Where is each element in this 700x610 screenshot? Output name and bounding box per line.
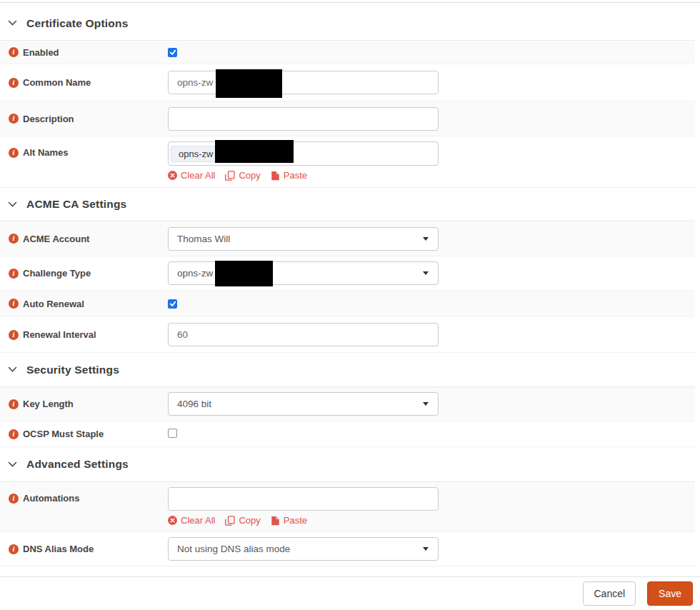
- alt-names-token-input[interactable]: opns-zw: [168, 141, 439, 166]
- section-header-advanced-settings[interactable]: Advanced Settings: [0, 447, 695, 482]
- paste-icon: [271, 516, 280, 526]
- info-icon[interactable]: i: [9, 269, 19, 279]
- field-label: Common Name: [23, 77, 91, 88]
- info-icon[interactable]: i: [9, 47, 19, 57]
- chevron-down-icon: [8, 366, 17, 373]
- field-label: Renewal Interval: [23, 329, 96, 340]
- redaction-box: [215, 140, 294, 163]
- field-label: Auto Renewal: [23, 299, 84, 309]
- form-row-dns-alias-mode: i DNS Alias Mode Not using DNS alias mod…: [0, 532, 695, 566]
- section-header-acme-ca-settings[interactable]: ACME CA Settings: [0, 188, 695, 221]
- clear-all-link[interactable]: Clear All: [168, 170, 215, 181]
- description-input[interactable]: [168, 107, 439, 131]
- field-label: Challenge Type: [23, 268, 91, 279]
- info-icon[interactable]: i: [9, 114, 19, 124]
- challenge-type-select[interactable]: opns-zw: [168, 261, 439, 285]
- acme-account-select[interactable]: Thomas Will: [168, 227, 439, 251]
- enabled-checkbox[interactable]: [168, 48, 177, 57]
- form-row-enabled: i Enabled: [0, 41, 695, 64]
- cancel-button[interactable]: Cancel: [583, 581, 636, 606]
- circle-x-icon: [168, 516, 177, 525]
- section-title: ACME CA Settings: [26, 198, 126, 211]
- renewal-interval-input[interactable]: [168, 323, 439, 346]
- info-icon[interactable]: i: [9, 148, 19, 158]
- section-title: Advanced Settings: [26, 458, 129, 471]
- copy-link[interactable]: Copy: [225, 170, 260, 181]
- chevron-down-icon: [8, 201, 17, 208]
- info-icon[interactable]: i: [9, 399, 19, 409]
- field-label: Description: [23, 114, 74, 124]
- caret-down-icon: [423, 547, 429, 551]
- field-label: Automations: [23, 493, 79, 504]
- copy-icon: [225, 171, 235, 181]
- form-footer: Cancel Save: [0, 576, 700, 610]
- field-label: DNS Alias Mode: [23, 544, 94, 554]
- caret-down-icon: [423, 237, 429, 241]
- section-header-security-settings[interactable]: Security Settings: [0, 353, 695, 387]
- copy-link[interactable]: Copy: [225, 515, 260, 526]
- info-icon[interactable]: i: [9, 78, 19, 88]
- circle-x-icon: [168, 171, 177, 180]
- paste-link[interactable]: Paste: [271, 170, 307, 181]
- auto-renewal-checkbox[interactable]: [168, 299, 177, 309]
- form-row-renewal-interval: i Renewal Interval: [0, 317, 695, 353]
- save-button[interactable]: Save: [647, 581, 693, 606]
- dns-alias-mode-select[interactable]: Not using DNS alias mode: [168, 537, 439, 561]
- field-label: ACME Account: [23, 234, 89, 244]
- automations-input[interactable]: [168, 487, 439, 511]
- section-title: Security Settings: [26, 364, 119, 376]
- redaction-box: [215, 261, 273, 286]
- form-row-auto-renewal: i Auto Renewal: [0, 291, 695, 317]
- section-title: Certificate Options: [26, 17, 128, 30]
- caret-down-icon: [423, 271, 429, 275]
- alt-names-token: opns-zw: [171, 146, 221, 162]
- redaction-box: [216, 69, 282, 98]
- chevron-down-icon: [8, 20, 17, 26]
- form-row-common-name: i Common Name: [0, 64, 695, 101]
- info-icon[interactable]: i: [9, 429, 19, 439]
- form-row-alt-names: i Alt Names opns-zw Clear All Copy: [0, 136, 695, 188]
- paste-link[interactable]: Paste: [271, 515, 307, 526]
- paste-icon: [271, 171, 280, 181]
- field-label: Enabled: [23, 47, 59, 58]
- form-row-automations: i Automations Clear All Copy Paste: [0, 482, 695, 532]
- form-row-challenge-type: i Challenge Type opns-zw: [0, 256, 695, 291]
- form-row-description: i Description: [0, 101, 695, 136]
- info-icon[interactable]: i: [9, 330, 19, 340]
- info-icon[interactable]: i: [9, 494, 19, 504]
- form-row-acme-account: i ACME Account Thomas Will: [0, 221, 695, 256]
- info-icon[interactable]: i: [9, 234, 19, 244]
- field-label: Key Length: [23, 399, 74, 409]
- common-name-input[interactable]: [168, 71, 439, 94]
- info-icon[interactable]: i: [9, 299, 19, 309]
- field-label: OCSP Must Staple: [23, 429, 104, 439]
- certificate-edit-form: Certificate Options i Enabled i Common N…: [0, 6, 695, 566]
- field-label: Alt Names: [23, 147, 69, 158]
- clear-all-link[interactable]: Clear All: [168, 515, 215, 526]
- ocsp-must-staple-checkbox[interactable]: [168, 429, 177, 438]
- info-icon[interactable]: i: [9, 544, 19, 554]
- caret-down-icon: [423, 402, 429, 406]
- top-divider: [0, 2, 700, 3]
- form-row-key-length: i Key Length 4096 bit: [0, 387, 695, 421]
- form-row-ocsp-must-staple: i OCSP Must Staple: [0, 421, 695, 447]
- key-length-select[interactable]: 4096 bit: [168, 392, 439, 416]
- chevron-down-icon: [8, 461, 17, 468]
- section-header-certificate-options[interactable]: Certificate Options: [0, 6, 695, 41]
- copy-icon: [225, 516, 235, 526]
